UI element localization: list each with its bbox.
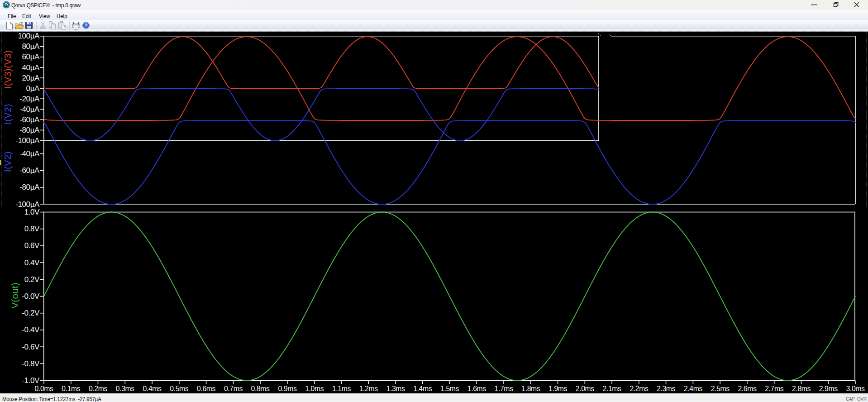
svg-text:-80µA: -80µA: [19, 183, 40, 191]
svg-text:0.5ms: 0.5ms: [170, 384, 188, 393]
svg-text:2.3ms: 2.3ms: [657, 384, 675, 393]
svg-text:-40µA: -40µA: [19, 105, 40, 114]
svg-text:2.9ms: 2.9ms: [819, 384, 838, 393]
svg-text:1.7ms: 1.7ms: [495, 384, 513, 393]
svg-text:0.9ms: 0.9ms: [278, 384, 296, 393]
svg-text:0.4ms: 0.4ms: [143, 384, 162, 393]
svg-text:80µA: 80µA: [22, 42, 40, 51]
svg-text:-1.0V: -1.0V: [22, 376, 40, 385]
svg-text:20µA: 20µA: [22, 74, 40, 82]
svg-text:0.2ms: 0.2ms: [89, 384, 107, 393]
svg-text:1.8ms: 1.8ms: [521, 384, 540, 393]
svg-text:3.0ms: 3.0ms: [846, 384, 865, 393]
svg-text:2.5ms: 2.5ms: [711, 384, 730, 393]
svg-text:-20µA: -20µA: [19, 95, 40, 103]
svg-text:1.3ms: 1.3ms: [386, 384, 405, 393]
svg-text:-0.8V: -0.8V: [22, 359, 40, 368]
svg-text:0.6V: 0.6V: [24, 241, 40, 250]
svg-text:1.0ms: 1.0ms: [305, 384, 324, 393]
svg-text:1.6ms: 1.6ms: [467, 384, 486, 393]
svg-text:I(V3)(V3): I(V3)(V3): [3, 50, 13, 89]
svg-text:-80µA: -80µA: [19, 126, 40, 134]
svg-text:0.3ms: 0.3ms: [116, 384, 134, 393]
svg-text:0.2V: 0.2V: [24, 275, 40, 284]
svg-text:0.8V: 0.8V: [24, 225, 40, 233]
svg-text:0.7ms: 0.7ms: [224, 384, 243, 393]
svg-text:0.8ms: 0.8ms: [251, 384, 270, 393]
svg-text:0µA: 0µA: [26, 84, 40, 93]
svg-text:2.7ms: 2.7ms: [765, 384, 783, 393]
svg-text:1.9ms: 1.9ms: [548, 384, 567, 393]
svg-text:1.5ms: 1.5ms: [440, 384, 459, 393]
svg-text:100µA: 100µA: [18, 32, 40, 40]
svg-text:0.0ms: 0.0ms: [35, 384, 53, 393]
svg-text:-0.2V: -0.2V: [22, 309, 40, 317]
svg-text:2.8ms: 2.8ms: [792, 384, 811, 393]
svg-text:-60µA: -60µA: [19, 115, 40, 124]
svg-text:-100µA: -100µA: [15, 200, 40, 209]
svg-text:1.0V: 1.0V: [24, 208, 40, 216]
svg-text:1.1ms: 1.1ms: [332, 384, 351, 393]
svg-text:-0.0V: -0.0V: [22, 292, 40, 301]
svg-text:-100µA: -100µA: [15, 136, 40, 145]
svg-text:?: ?: [84, 23, 87, 28]
svg-text:I(V2): I(V2): [3, 151, 13, 172]
svg-text:2.6ms: 2.6ms: [738, 384, 756, 393]
svg-text:0.4V: 0.4V: [24, 258, 40, 267]
svg-text:2.1ms: 2.1ms: [603, 384, 621, 393]
svg-text:40µA: 40µA: [22, 63, 40, 72]
svg-text:-0.6V: -0.6V: [22, 343, 40, 351]
svg-text:0.6ms: 0.6ms: [197, 384, 215, 393]
svg-text:1.2ms: 1.2ms: [359, 384, 378, 393]
svg-text:2.2ms: 2.2ms: [630, 384, 648, 393]
svg-text:1.4ms: 1.4ms: [413, 384, 432, 393]
svg-text:-0.4V: -0.4V: [22, 325, 40, 334]
svg-text:0.1ms: 0.1ms: [62, 384, 80, 393]
svg-text:V(out): V(out): [10, 282, 20, 308]
svg-text:-40µA: -40µA: [19, 149, 40, 158]
svg-text:-60µA: -60µA: [19, 166, 40, 175]
svg-text:2.4ms: 2.4ms: [684, 384, 702, 393]
svg-text:60µA: 60µA: [22, 53, 40, 61]
svg-text:q: q: [5, 3, 8, 7]
svg-text:I(V2): I(V2): [3, 104, 13, 124]
svg-text:2.0ms: 2.0ms: [576, 384, 594, 393]
